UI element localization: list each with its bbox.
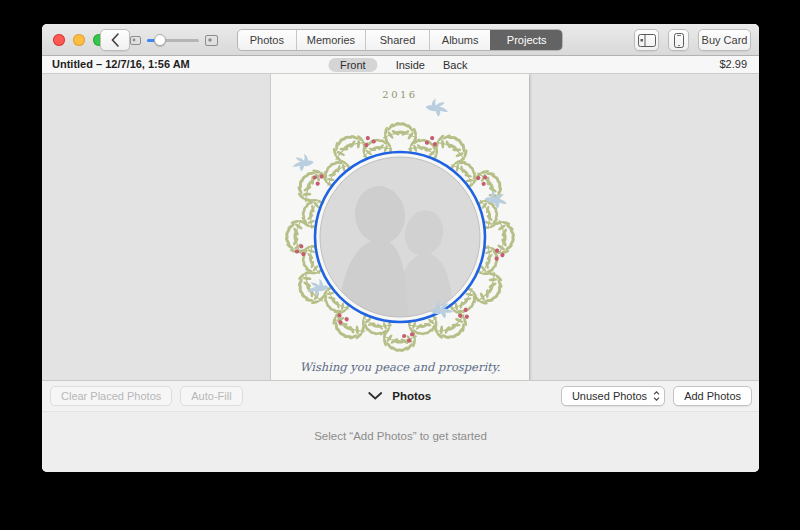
card-view-switch: Front Inside Back	[328, 56, 468, 73]
window-controls	[53, 34, 105, 46]
thumbnail-zoom-slider	[130, 24, 218, 56]
card-photo-placeholder[interactable]	[320, 157, 480, 317]
zoom-out-photo-icon	[130, 36, 141, 45]
add-photos-button[interactable]: Add Photos	[673, 386, 752, 406]
photos-app-window: Photos Memories Shared Albums Projects	[42, 24, 759, 472]
photo-drawer-body: Select “Add Photos” to get started	[42, 412, 759, 472]
minimize-window-button[interactable]	[73, 34, 85, 46]
project-header: Untitled – 12/7/16, 1:56 AM Front Inside…	[42, 56, 759, 74]
clear-placed-photos-button[interactable]: Clear Placed Photos	[50, 386, 172, 406]
view-back[interactable]: Back	[443, 59, 467, 71]
project-title: Untitled – 12/7/16, 1:56 AM	[52, 56, 190, 73]
toolbar: Photos Memories Shared Albums Projects	[42, 24, 759, 56]
photo-filter-popup[interactable]: Unused Photos	[561, 386, 665, 406]
tab-albums[interactable]: Albums	[429, 30, 491, 50]
view-inside[interactable]: Inside	[396, 59, 425, 71]
toolbar-right-group: Buy Card	[634, 29, 751, 51]
empty-drawer-hint: Select “Add Photos” to get started	[42, 430, 759, 442]
photo-drawer-header: Clear Placed Photos Auto-Fill Photos Unu…	[42, 380, 759, 412]
card-greeting-text[interactable]: Wishing you peace and prosperity.	[271, 360, 529, 374]
phone-icon	[674, 33, 684, 48]
split-view-button[interactable]	[634, 29, 659, 51]
view-front[interactable]: Front	[328, 58, 378, 72]
zoom-slider-track[interactable]	[147, 39, 199, 42]
back-button[interactable]	[100, 29, 130, 51]
split-view-icon	[638, 34, 656, 47]
zoom-in-photo-icon	[205, 35, 218, 46]
drawer-right-buttons: Unused Photos Add Photos	[561, 386, 752, 406]
auto-fill-button[interactable]: Auto-Fill	[180, 386, 242, 406]
tab-shared[interactable]: Shared	[365, 30, 429, 50]
card-front-preview: 2016	[271, 74, 529, 380]
drawer-toggle[interactable]: Photos	[367, 381, 431, 411]
photo-filter-value: Unused Photos	[572, 390, 647, 402]
buy-card-button[interactable]: Buy Card	[698, 29, 751, 51]
tab-photos[interactable]: Photos	[238, 30, 296, 50]
drawer-title: Photos	[392, 390, 431, 402]
tab-memories[interactable]: Memories	[296, 30, 366, 50]
drawer-left-buttons: Clear Placed Photos Auto-Fill	[50, 386, 243, 406]
tab-projects[interactable]: Projects	[490, 30, 562, 50]
chevron-left-icon	[110, 32, 120, 48]
device-preview-button[interactable]	[668, 29, 689, 51]
popup-arrows-icon	[653, 391, 660, 401]
card-price: $2.99	[719, 56, 747, 73]
close-window-button[interactable]	[53, 34, 65, 46]
chevron-down-icon	[367, 392, 382, 400]
library-tabs: Photos Memories Shared Albums Projects	[237, 29, 563, 51]
card-canvas: 2016	[42, 74, 759, 380]
zoom-slider-knob[interactable]	[154, 34, 166, 46]
